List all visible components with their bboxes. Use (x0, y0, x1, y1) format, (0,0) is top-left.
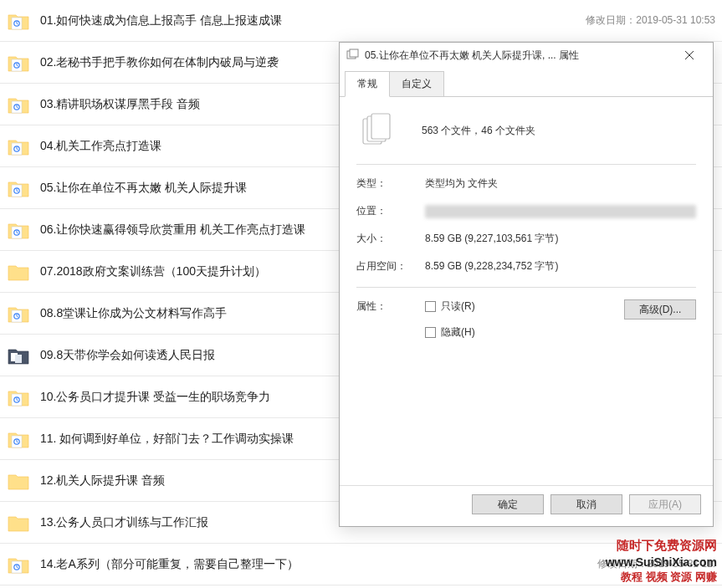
location-label: 位置： (356, 204, 425, 218)
file-name: 01.如何快速成为信息上报高手 信息上报速成课 (40, 13, 577, 28)
advanced-button[interactable]: 高级(D)... (624, 299, 696, 320)
folder-icon (7, 51, 30, 74)
close-icon (685, 51, 694, 59)
dialog-titlebar[interactable]: 05.让你在单位不再太嫩 机关人际提升课, ... 属性 (340, 43, 713, 68)
close-button[interactable] (673, 43, 706, 67)
watermark-line2: www.SuiShiXia.com (606, 555, 717, 570)
date-value: 2019-05-31 10:53 (636, 14, 715, 26)
watermark: 随时下免费资源网 www.SuiShiXia.com 教程 视频 资源 网赚 (606, 537, 717, 585)
properties-dialog: 05.让你在单位不再太嫩 机关人际提升课, ... 属性 常规 自定义 563 … (339, 42, 714, 527)
folder-icon (7, 176, 30, 200)
readonly-checkbox[interactable] (425, 301, 436, 312)
file-count: 563 个文件，46 个文件夹 (422, 124, 535, 138)
ok-button[interactable]: 确定 (472, 494, 544, 514)
divider (356, 164, 696, 165)
size-label: 大小： (356, 232, 425, 246)
folder-icon (7, 427, 30, 451)
svg-rect-15 (15, 355, 22, 363)
size-value: 8.59 GB (9,227,103,561 字节) (425, 232, 696, 246)
apply-button[interactable]: 应用(A) (629, 494, 701, 514)
file-row[interactable]: 01.如何快速成为信息上报高手 信息上报速成课修改日期：2019-05-31 1… (0, 0, 722, 42)
type-label: 类型： (356, 176, 425, 191)
folder-icon (7, 135, 30, 158)
watermark-line1: 随时下免费资源网 (606, 537, 717, 554)
watermark-line3: 教程 视频 资源 网赚 (606, 570, 717, 585)
attr-label: 属性： (356, 299, 425, 340)
folder-icon (7, 260, 30, 284)
svg-rect-23 (350, 49, 358, 57)
divider (356, 287, 696, 288)
readonly-label: 只读(R) (441, 299, 475, 314)
location-value-blurred (425, 205, 696, 218)
type-value: 类型均为 文件夹 (425, 176, 696, 191)
cancel-button[interactable]: 取消 (550, 494, 622, 514)
multi-folder-icon (361, 112, 392, 149)
dialog-body: 563 个文件，46 个文件夹 类型： 类型均为 文件夹 位置： 大小： 8.5… (340, 97, 713, 485)
file-name: 14.老A系列（部分可能重复，需要自己整理一下） (40, 557, 589, 572)
folder-icon (7, 511, 30, 534)
folder-icon (7, 386, 30, 409)
hidden-label: 隐藏(H) (441, 325, 475, 340)
disk-value: 8.59 GB (9,228,234,752 字节) (425, 259, 696, 274)
dialog-title: 05.让你在单位不再太嫩 机关人际提升课, ... 属性 (365, 49, 673, 63)
tab-custom[interactable]: 自定义 (389, 71, 444, 96)
tabs: 常规 自定义 (340, 71, 713, 97)
folder-icon (7, 469, 30, 493)
disk-label: 占用空间： (356, 259, 425, 274)
tab-general[interactable]: 常规 (345, 71, 390, 97)
folder-icon (7, 9, 30, 33)
folder-icon (7, 302, 30, 325)
folder-icon (7, 218, 30, 242)
folder-icon (7, 344, 30, 367)
dialog-footer: 确定 取消 应用(A) (340, 485, 713, 526)
file-date: 修改日期：2019-05-31 10:53 (586, 13, 715, 28)
folder-icon (7, 93, 30, 116)
folder-icon (7, 553, 30, 576)
svg-rect-28 (371, 114, 390, 139)
hidden-checkbox[interactable] (425, 327, 436, 338)
date-label: 修改日期： (586, 14, 636, 26)
folders-icon (346, 49, 360, 62)
